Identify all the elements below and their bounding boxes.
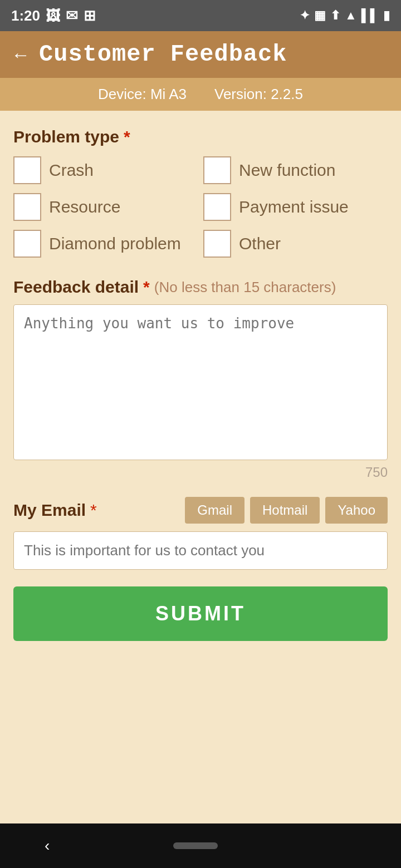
checkbox-payment-issue[interactable]: Payment issue [203,193,388,221]
feedback-hint: (No less than 15 characters) [154,279,336,296]
checkbox-other[interactable]: Other [203,230,388,258]
checkbox-crash-box[interactable] [13,156,41,184]
email-input[interactable] [13,531,388,570]
checkbox-diamond-problem-label: Diamond problem [49,234,181,253]
email-header: My Email * Gmail Hotmail Yahoo [13,497,388,524]
app-version: Version: 2.2.5 [214,86,303,103]
checkbox-resource[interactable]: Resource [13,193,198,221]
email-provider-buttons: Gmail Hotmail Yahoo [185,497,388,524]
email-label-row: My Email * [13,501,97,520]
email-section: My Email * Gmail Hotmail Yahoo [13,497,388,570]
required-star-problem: * [124,127,130,146]
bottom-nav-bar: ‹ [0,823,401,868]
device-name: Device: Mi A3 [98,86,187,103]
photo-icon: 🖼 [46,7,60,24]
required-star-feedback: * [143,278,150,297]
feedback-detail-label: Feedback detail * (No less than 15 chara… [13,278,388,297]
email-label: My Email [13,501,86,520]
data-icon: ⬆ [330,8,340,23]
checkbox-crash[interactable]: Crash [13,156,198,184]
feedback-detail-section: Feedback detail * (No less than 15 chara… [13,278,388,480]
checkbox-other-label: Other [239,234,281,253]
checkbox-new-function-label: New function [239,161,335,180]
checkbox-diamond-problem[interactable]: Diamond problem [13,230,198,258]
required-star-email: * [90,501,97,520]
signal-icon: ▌▌ [361,8,379,23]
wifi-icon: ▲ [345,8,357,23]
checkbox-payment-issue-label: Payment issue [239,198,349,216]
checkbox-diamond-problem-box[interactable] [13,230,41,258]
status-bar: 1:20 🖼 ✉ ⊞ ✦ ▦ ⬆ ▲ ▌▌ ▮ [0,0,401,31]
problem-type-label: Problem type * [13,127,388,146]
checkbox-payment-issue-box[interactable] [203,193,231,221]
battery-icon: ▮ [383,8,390,23]
checkbox-crash-label: Crash [49,161,94,180]
app-header: ← Customer Feedback [0,31,401,78]
feedback-textarea[interactable] [13,304,388,460]
problem-type-grid: Crash New function Resource Payment issu… [13,156,388,258]
gmail-button[interactable]: Gmail [185,497,244,524]
checkbox-resource-label: Resource [49,198,120,216]
page-title: Customer Feedback [39,41,287,68]
char-count: 750 [13,465,388,480]
checkbox-new-function[interactable]: New function [203,156,388,184]
hotmail-button[interactable]: Hotmail [250,497,320,524]
back-button[interactable]: ← [11,44,30,66]
yahoo-button[interactable]: Yahoo [325,497,388,524]
submit-button[interactable]: SUBMIT [13,586,388,641]
main-content: Problem type * Crash New function Resour… [0,111,401,823]
device-info-bar: Device: Mi A3 Version: 2.2.5 [0,78,401,111]
checkbox-new-function-box[interactable] [203,156,231,184]
vibrate-icon: ▦ [314,8,326,23]
nav-back-button[interactable]: ‹ [45,837,50,855]
nav-home-pill[interactable] [173,842,218,849]
mail-icon: ✉ [66,7,78,24]
checkbox-other-box[interactable] [203,230,231,258]
bluetooth-icon: ✦ [300,8,310,23]
status-time: 1:20 [11,7,40,24]
checkbox-resource-box[interactable] [13,193,41,221]
screenshot-icon: ⊞ [84,7,96,24]
